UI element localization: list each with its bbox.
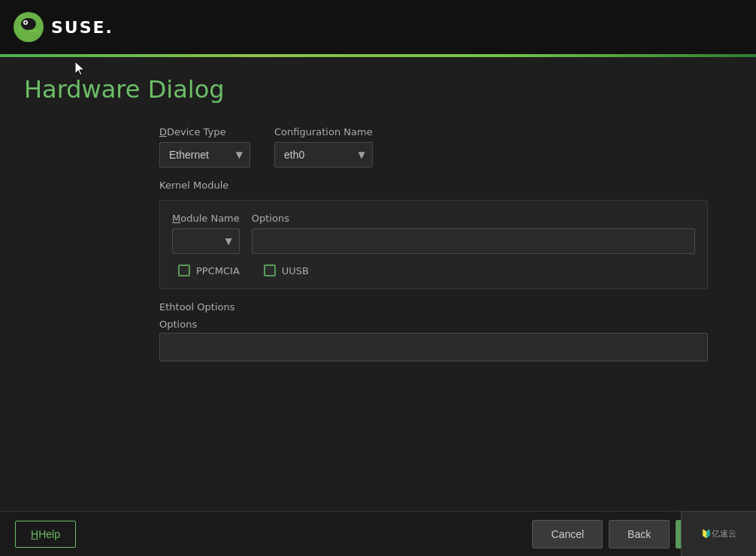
top-bar: SUSE. bbox=[0, 0, 756, 54]
device-type-select[interactable]: Ethernet Token Ring FDDI ATM Wireless In… bbox=[159, 142, 250, 168]
kernel-module-header: Kernel Module bbox=[24, 180, 732, 191]
usb-checkbox[interactable] bbox=[264, 264, 276, 276]
pcmcia-checkbox[interactable] bbox=[178, 264, 190, 276]
module-name-select[interactable] bbox=[172, 228, 240, 254]
ethtool-options-input[interactable] bbox=[159, 333, 708, 361]
module-name-group: Module Name ▼ bbox=[172, 213, 240, 254]
usb-checkbox-label[interactable]: UUSB bbox=[264, 264, 309, 276]
page-title: Hardware Dialog bbox=[0, 57, 756, 119]
svg-point-1 bbox=[21, 18, 36, 30]
suse-logo-text: SUSE. bbox=[51, 18, 113, 37]
watermark-icon: 🔰 bbox=[701, 529, 712, 539]
suse-logo-icon bbox=[12, 11, 45, 44]
device-type-dropdown-wrapper: Ethernet Token Ring FDDI ATM Wireless In… bbox=[159, 142, 250, 168]
watermark: 🔰 亿速云 bbox=[681, 511, 756, 556]
ethtool-section: Ethtool Options Options bbox=[159, 301, 708, 361]
main-content: DDevice Type Ethernet Token Ring FDDI AT… bbox=[0, 119, 756, 381]
svg-point-3 bbox=[25, 22, 27, 24]
device-type-label: DDevice Type bbox=[159, 126, 250, 139]
module-name-label: Module Name bbox=[172, 213, 240, 225]
bottom-bar: HHelp Cancel Back Next bbox=[0, 511, 756, 556]
watermark-text: 亿速云 bbox=[712, 528, 736, 539]
config-name-label: Configuration Name bbox=[274, 126, 373, 139]
bottom-left: HHelp bbox=[15, 521, 532, 548]
kernel-options-group: Options bbox=[252, 213, 695, 254]
config-name-group: Configuration Name eth0 eth1 eth2 ▼ bbox=[274, 126, 373, 168]
kernel-module-row: Module Name ▼ Options bbox=[172, 213, 695, 254]
back-button[interactable]: Back bbox=[609, 520, 670, 548]
kernel-module-section: Module Name ▼ Options PPCMCIA bbox=[159, 200, 708, 289]
pcmcia-checkbox-label[interactable]: PPCMCIA bbox=[178, 264, 240, 276]
suse-logo: SUSE. bbox=[12, 11, 113, 44]
kernel-options-input[interactable] bbox=[252, 228, 695, 254]
cancel-button[interactable]: Cancel bbox=[532, 520, 603, 548]
device-type-group: DDevice Type Ethernet Token Ring FDDI AT… bbox=[159, 126, 250, 168]
ethtool-section-header: Ethtool Options bbox=[159, 301, 708, 313]
module-name-dropdown-wrapper: ▼ bbox=[172, 228, 240, 254]
help-button[interactable]: HHelp bbox=[15, 521, 76, 548]
config-name-select[interactable]: eth0 eth1 eth2 bbox=[274, 142, 373, 168]
kernel-options-label: Options bbox=[252, 213, 695, 225]
ethtool-options-label: Options bbox=[159, 319, 708, 330]
device-config-row: DDevice Type Ethernet Token Ring FDDI AT… bbox=[24, 126, 732, 168]
config-name-dropdown-wrapper: eth0 eth1 eth2 ▼ bbox=[274, 142, 373, 168]
checkboxes-row: PPCMCIA UUSB bbox=[172, 264, 695, 276]
